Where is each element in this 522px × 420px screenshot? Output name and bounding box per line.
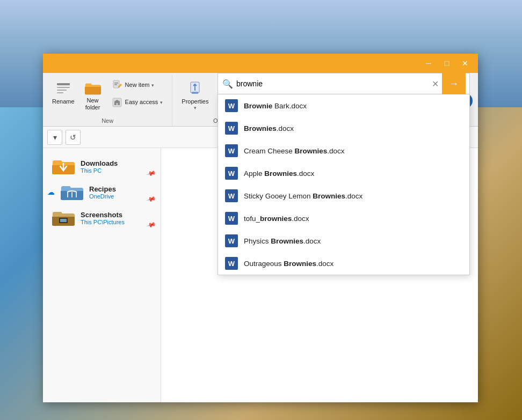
easy-access-arrow: ▾ [160, 100, 163, 105]
navigation-pane: Downloads This PC 📌 ☁ Recipes [43, 148, 161, 402]
properties-icon [186, 80, 204, 97]
dropdown-arrow-button[interactable]: ▾ [47, 130, 62, 145]
screenshots-sub: This PC\Pictures [81, 219, 125, 225]
word-icon-6: W [224, 234, 238, 248]
rename-icon [55, 80, 72, 97]
downloads-name: Downloads [81, 159, 118, 167]
dropdown-item-2[interactable]: W Cream Cheese Brownies.docx [218, 139, 469, 162]
dropdown-text-4: Sticky Gooey Lemon Brownies.docx [244, 192, 363, 200]
new-item-label: New item [125, 82, 150, 89]
dropdown-item-7[interactable]: W Outrageous Brownies.docx [218, 252, 469, 275]
ribbon-new-items: Rename Newfolder [48, 77, 166, 114]
word-icon-2: W [224, 144, 238, 158]
word-icon-7: W [224, 256, 238, 270]
recipes-folder-icon [60, 182, 84, 202]
dropdown-text-2: Cream Cheese Brownies.docx [244, 147, 345, 155]
new-item-col: New item ▾ Easy access ▾ [107, 77, 167, 114]
dropdown-text-5: tofu_brownies.docx [244, 215, 309, 223]
recipes-info: Recipes OneDrive [89, 185, 116, 200]
svg-rect-2 [57, 90, 67, 91]
search-overlay: 🔍 ✕ → W Brownie Bark.docx W Brownies.doc… [218, 73, 470, 275]
search-box: 🔍 ✕ → [218, 73, 470, 94]
screenshots-pin-icon: 📌 [146, 219, 157, 230]
downloads-pin-icon: 📌 [146, 168, 157, 179]
rename-label: Rename [52, 98, 75, 105]
search-go-icon: → [449, 78, 459, 90]
downloads-folder-icon [52, 157, 75, 176]
properties-label: Properties [182, 98, 208, 105]
easy-access-label: Easy access [125, 99, 158, 106]
screenshots-name: Screenshots [81, 211, 125, 219]
search-dropdown: W Brownie Bark.docx W Brownies.docx W Cr… [218, 94, 470, 275]
dropdown-item-4[interactable]: W Sticky Gooey Lemon Brownies.docx [218, 185, 469, 207]
new-folder-icon [84, 80, 102, 96]
search-input[interactable] [236, 79, 429, 88]
svg-rect-5 [114, 83, 118, 84]
word-icon-5: W [224, 211, 238, 225]
onedrive-cloud-icon: ☁ [47, 188, 55, 196]
new-item-button[interactable]: New item ▾ [107, 77, 167, 93]
dropdown-item-6[interactable]: W Physics Brownies.docx [218, 230, 469, 252]
dropdown-text-1: Brownies.docx [244, 124, 294, 132]
dropdown-text-3: Apple Brownies.docx [244, 170, 314, 178]
new-item-icon [111, 79, 123, 91]
svg-rect-1 [57, 87, 70, 88]
svg-rect-0 [57, 83, 70, 85]
svg-rect-10 [192, 92, 198, 94]
search-clear-button[interactable]: ✕ [432, 79, 439, 89]
svg-rect-7 [116, 103, 118, 105]
ribbon-new-label: New [102, 114, 113, 126]
nav-item-recipes[interactable]: ☁ Recipes OneDrive 📌 [43, 179, 161, 205]
easy-access-icon [111, 97, 123, 108]
nav-item-downloads[interactable]: Downloads This PC 📌 [43, 153, 161, 179]
properties-arrow: ▾ [194, 105, 197, 110]
refresh-button[interactable]: ↺ [66, 130, 81, 145]
word-icon-1: W [224, 121, 238, 135]
rename-button[interactable]: Rename [48, 77, 78, 114]
recipes-sub: OneDrive [89, 193, 116, 200]
search-go-button[interactable]: → [442, 73, 466, 94]
screenshots-info: Screenshots This PC\Pictures [81, 211, 125, 225]
dropdown-item-1[interactable]: W Brownies.docx [218, 117, 469, 139]
nav-item-screenshots[interactable]: Screenshots This PC\Pictures 📌 [43, 205, 161, 231]
screenshots-folder-icon [52, 208, 75, 227]
dropdown-item-3[interactable]: W Apple Brownies.docx [218, 162, 469, 185]
window-controls: ─ □ ✕ [420, 56, 474, 71]
svg-rect-6 [114, 84, 117, 85]
dropdown-text-6: Physics Brownies.docx [244, 237, 321, 245]
dropdown-item-5[interactable]: W tofu_brownies.docx [218, 207, 469, 230]
downloads-info: Downloads This PC [81, 159, 118, 174]
close-button[interactable]: ✕ [456, 56, 474, 71]
dropdown-text-7: Outrageous Brownies.docx [244, 260, 334, 268]
word-icon-0: W [224, 99, 238, 113]
new-folder-label: Newfolder [85, 97, 100, 111]
downloads-sub: This PC [81, 167, 118, 174]
easy-access-button[interactable]: Easy access ▾ [107, 94, 167, 110]
ribbon-group-new: Rename Newfolder [43, 75, 172, 126]
svg-rect-3 [57, 92, 63, 93]
search-clear-icon: ✕ [432, 79, 439, 89]
new-item-arrow: ▾ [151, 83, 154, 88]
dropdown-arrow-icon: ▾ [53, 133, 57, 142]
new-folder-button[interactable]: Newfolder [81, 77, 105, 114]
recipes-name: Recipes [89, 185, 116, 193]
minimize-button[interactable]: ─ [420, 56, 437, 71]
search-magnifier-icon: 🔍 [222, 79, 233, 89]
maximize-button[interactable]: □ [438, 56, 455, 71]
word-icon-3: W [224, 166, 238, 180]
refresh-icon: ↺ [70, 133, 76, 142]
dropdown-text-0: Brownie Bark.docx [244, 102, 307, 110]
properties-button[interactable]: Properties ▾ [178, 77, 212, 114]
svg-rect-29 [60, 219, 67, 222]
recipes-pin-icon: 📌 [146, 194, 157, 204]
word-icon-4: W [224, 189, 238, 203]
title-bar: ─ □ ✕ [43, 54, 478, 73]
dropdown-item-0[interactable]: W Brownie Bark.docx [218, 94, 469, 117]
